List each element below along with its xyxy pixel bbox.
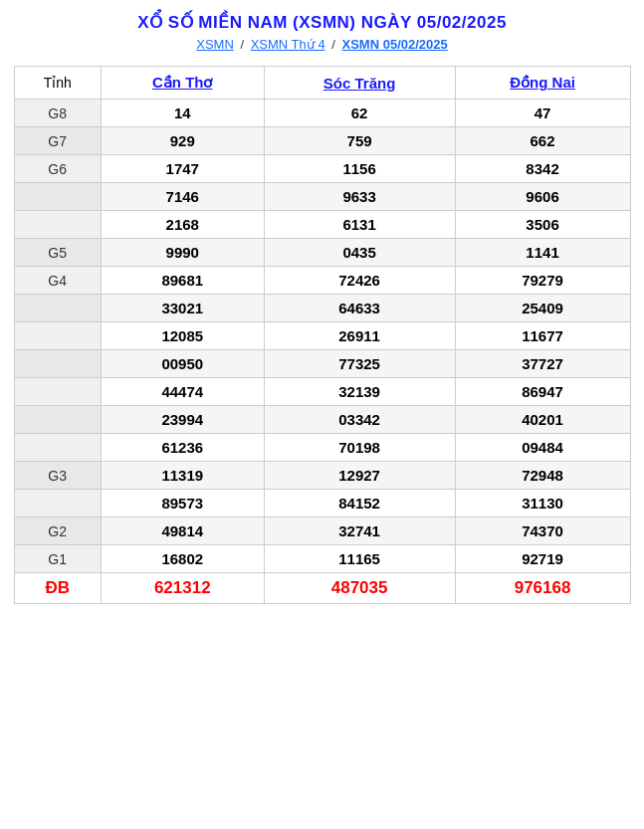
breadcrumb: XSMN / XSMN Thứ 4 / XSMN 05/02/2025 — [8, 37, 636, 52]
breadcrumb-xsmn[interactable]: XSMN — [196, 37, 234, 52]
row-label — [14, 434, 101, 462]
table-row: G4896817242679279 — [14, 267, 630, 295]
row-value: 09484 — [455, 434, 630, 462]
row-value: 37727 — [455, 350, 630, 378]
col-tinh: Tỉnh — [14, 67, 101, 100]
row-value: 70198 — [264, 434, 455, 462]
row-value: 92719 — [455, 545, 630, 573]
row-label: G2 — [14, 518, 101, 545]
row-value: 11319 — [101, 462, 264, 490]
row-value: 929 — [101, 127, 264, 155]
row-label: G4 — [14, 267, 101, 295]
breadcrumb-thu4[interactable]: XSMN Thứ 4 — [251, 37, 325, 52]
row-value: 26911 — [264, 322, 455, 350]
row-label: G3 — [14, 462, 101, 490]
row-value: 12927 — [264, 462, 455, 490]
row-value: 86947 — [455, 378, 630, 406]
page-title: XỔ SỐ MIỀN NAM (XSMN) NGÀY 05/02/2025 — [8, 12, 636, 33]
table-row: 120852691111677 — [14, 322, 630, 350]
table-row: G1168021116592719 — [14, 545, 630, 573]
row-label: G6 — [14, 155, 101, 183]
row-value: 74370 — [455, 518, 630, 545]
row-value: 49814 — [101, 518, 264, 545]
row-value: 11677 — [455, 322, 630, 350]
row-label — [14, 295, 101, 322]
row-value: 00950 — [101, 350, 264, 378]
row-value: 03342 — [264, 406, 455, 434]
row-label — [14, 183, 101, 211]
table-row: G6174711568342 — [14, 155, 630, 183]
row-value: 14 — [101, 100, 264, 127]
table-row: 895738415231130 — [14, 490, 630, 518]
row-value: 33021 — [101, 295, 264, 322]
row-value: 47 — [455, 100, 630, 127]
row-value: 72426 — [264, 267, 455, 295]
table-row: 009507732537727 — [14, 350, 630, 378]
row-value: 31130 — [455, 490, 630, 518]
row-value: 32741 — [264, 518, 455, 545]
table-row: G8146247 — [14, 100, 630, 127]
row-value: 11165 — [264, 545, 455, 573]
row-value: 3506 — [455, 211, 630, 239]
row-label — [14, 490, 101, 518]
row-value: 7146 — [101, 183, 264, 211]
table-row: 714696339606 — [14, 183, 630, 211]
row-value: 9633 — [264, 183, 455, 211]
row-value: 32139 — [264, 378, 455, 406]
col-soctrang: Sóc Trăng — [264, 67, 455, 100]
row-value: 9990 — [101, 239, 264, 267]
row-label — [14, 378, 101, 406]
table-header: Tỉnh Cần Thơ Sóc Trăng Đồng Nai — [14, 67, 630, 100]
table-row: G5999004351141 — [14, 239, 630, 267]
table-row: 330216463325409 — [14, 295, 630, 322]
row-value: 40201 — [455, 406, 630, 434]
row-value: 44474 — [101, 378, 264, 406]
table-row: G7929759662 — [14, 127, 630, 155]
breadcrumb-sep1: / — [240, 37, 244, 52]
row-label: G8 — [14, 100, 101, 127]
row-value: 1747 — [101, 155, 264, 183]
row-value: 12085 — [101, 322, 264, 350]
row-label — [14, 406, 101, 434]
row-value: 759 — [264, 127, 455, 155]
row-value: 89681 — [101, 267, 264, 295]
row-value: 2168 — [101, 211, 264, 239]
row-value: 9606 — [455, 183, 630, 211]
table-row: 216861313506 — [14, 211, 630, 239]
row-value: 62 — [264, 100, 455, 127]
lottery-table: Tỉnh Cần Thơ Sóc Trăng Đồng Nai G8146247… — [14, 66, 631, 604]
table-row: 239940334240201 — [14, 406, 630, 434]
row-label: G1 — [14, 545, 101, 573]
table-row: ĐB621312487035976168 — [14, 573, 630, 604]
row-label — [14, 322, 101, 350]
breadcrumb-date[interactable]: XSMN 05/02/2025 — [342, 37, 448, 52]
row-value: 25409 — [455, 295, 630, 322]
row-value: 1156 — [264, 155, 455, 183]
row-value: 64633 — [264, 295, 455, 322]
row-value: 77325 — [264, 350, 455, 378]
row-value: 662 — [455, 127, 630, 155]
row-value: 61236 — [101, 434, 264, 462]
table-row: 612367019809484 — [14, 434, 630, 462]
row-value: 6131 — [264, 211, 455, 239]
table-row: G3113191292772948 — [14, 462, 630, 490]
page-header: XỔ SỐ MIỀN NAM (XSMN) NGÀY 05/02/2025 XS… — [0, 0, 644, 56]
row-value: 8342 — [455, 155, 630, 183]
row-value: 16802 — [101, 545, 264, 573]
row-value: 84152 — [264, 490, 455, 518]
row-value: 487035 — [264, 573, 455, 604]
row-value: 72948 — [455, 462, 630, 490]
breadcrumb-sep2: / — [331, 37, 335, 52]
table-row: 444743213986947 — [14, 378, 630, 406]
row-value: 0435 — [264, 239, 455, 267]
col-cantho: Cần Thơ — [101, 67, 264, 100]
row-value: 79279 — [455, 267, 630, 295]
row-label — [14, 350, 101, 378]
row-value: 976168 — [455, 573, 630, 604]
row-value: 621312 — [101, 573, 264, 604]
row-label: G7 — [14, 127, 101, 155]
col-dongnai: Đồng Nai — [455, 67, 630, 100]
table-row: G2498143274174370 — [14, 518, 630, 545]
row-label: G5 — [14, 239, 101, 267]
row-label — [14, 211, 101, 239]
